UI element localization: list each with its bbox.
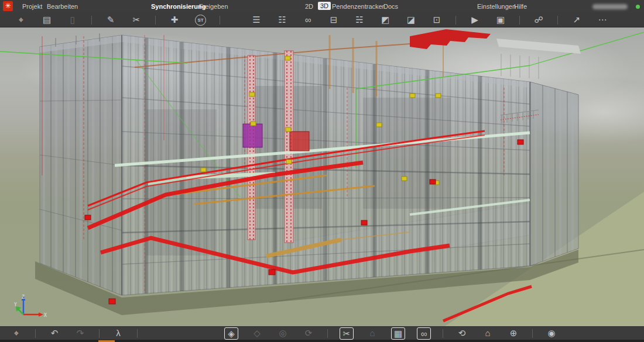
add-pin-icon[interactable]: ⌖ — [9, 327, 23, 340]
filter-list-icon[interactable]: ☵ — [352, 13, 366, 26]
view-toggle-2d[interactable]: 2D — [305, 0, 313, 13]
external-window-icon[interactable]: ↗ — [570, 13, 584, 26]
toolbar-separator — [99, 329, 100, 338]
document-search-icon[interactable]: ⊟ — [327, 13, 341, 26]
main-toolbar: ⌖▤▯✎✂✚ST☰☷∞⊟☵◩◪⊡▶▣☍↗⋯ — [0, 13, 644, 27]
menu-projekt[interactable]: Projekt — [22, 0, 42, 13]
binoculars-icon[interactable]: ∞ — [301, 13, 315, 26]
add-comment-icon[interactable]: ✚ — [167, 13, 181, 26]
menubar: ✳ Projekt Bearbeiten Synchronisierung Fr… — [0, 0, 644, 13]
menu-pendenzentracker[interactable]: Pendenzentracker — [332, 0, 384, 13]
stamp-st-icon[interactable]: ST — [195, 15, 206, 26]
online-status-dot — [636, 5, 640, 9]
toolbar-separator — [532, 329, 533, 338]
grid-view-icon[interactable]: ▦ — [391, 327, 405, 340]
svg-text:Y: Y — [14, 302, 17, 308]
toolbar-separator — [519, 16, 520, 25]
document-paint-icon[interactable]: ◪ — [404, 13, 418, 26]
redo-icon: ↷ — [73, 327, 87, 340]
map-location-icon[interactable]: ▤ — [40, 13, 54, 26]
toolbar-separator — [557, 16, 558, 25]
axis-gizmo: Z Y X — [14, 293, 48, 323]
pan-cube-icon: ◇ — [250, 327, 264, 340]
navigation-toolbar: ⌖↶↷λ◈◇◎⟳✂⌂▦∞⟲⌂⊕◉ — [0, 326, 644, 342]
toolbar-separator — [35, 329, 36, 338]
walk-mode-icon[interactable]: λ — [111, 327, 125, 340]
presentation-icon[interactable]: ▶ — [468, 13, 482, 26]
toolbar-separator — [137, 329, 138, 338]
turntable-icon[interactable]: ⟲ — [455, 327, 469, 340]
menu-bearbeiten[interactable]: Bearbeiten — [47, 0, 78, 13]
menu-synchronisierung[interactable]: Synchronisierung — [151, 0, 206, 13]
video-camera-icon[interactable]: ▣ — [494, 13, 508, 26]
storeys-icon[interactable]: ☰ — [249, 13, 263, 26]
merge-model-icon[interactable]: ⊡ — [430, 13, 444, 26]
more-icon[interactable]: ⋯ — [595, 13, 609, 26]
bim-viewer-window: ✳ Projekt Bearbeiten Synchronisierung Fr… — [0, 0, 644, 342]
home-view-icon[interactable]: ⌂ — [481, 327, 495, 340]
svg-text:Z: Z — [22, 295, 25, 300]
door-icon: ▯ — [66, 13, 80, 26]
camera-view-icon: ◎ — [276, 327, 290, 340]
toolbar-separator — [327, 329, 328, 338]
clip-section-icon[interactable]: ✂ — [340, 327, 354, 340]
view-filter-icon[interactable]: ∞ — [417, 327, 431, 340]
toolbar-separator — [155, 16, 156, 25]
toolbar-separator — [220, 16, 220, 25]
svg-text:X: X — [44, 313, 47, 318]
undo-icon[interactable]: ↶ — [47, 327, 61, 340]
task-list-icon[interactable]: ☷ — [275, 13, 289, 26]
orbit-mode-icon[interactable]: ◈ — [224, 327, 238, 340]
view-toggle-3d[interactable]: 3D — [318, 2, 331, 10]
app-logo-icon[interactable]: ✳ — [3, 1, 13, 11]
location-pin-icon[interactable]: ⌖ — [14, 13, 28, 26]
building-model[interactable] — [0, 27, 644, 326]
menu-hilfe[interactable]: Hilfe — [514, 0, 527, 13]
menu-einstellungen[interactable]: Einstellungen — [477, 0, 516, 13]
menu-docs[interactable]: Docs — [383, 0, 398, 13]
link-icon[interactable]: ☍ — [532, 13, 546, 26]
viewport-3d[interactable]: Z Y X — [0, 27, 644, 326]
hide-element-icon: ⌂ — [365, 327, 379, 340]
toolbar-separator — [91, 16, 92, 25]
toolbar-separator — [443, 329, 443, 338]
storey-selector-icon[interactable]: ◉ — [544, 327, 559, 340]
rotate-view-icon: ⟳ — [302, 327, 316, 340]
measure-icon[interactable]: ✎ — [104, 13, 118, 26]
user-name-redacted[interactable] — [592, 4, 628, 9]
zoom-fit-icon[interactable]: ⊕ — [506, 327, 520, 340]
paint-bucket-icon[interactable]: ◩ — [378, 13, 392, 26]
menu-freigeben[interactable]: Freigeben — [199, 0, 228, 13]
toolbar-separator — [455, 16, 456, 25]
section-scissors-icon[interactable]: ✂ — [129, 13, 143, 26]
